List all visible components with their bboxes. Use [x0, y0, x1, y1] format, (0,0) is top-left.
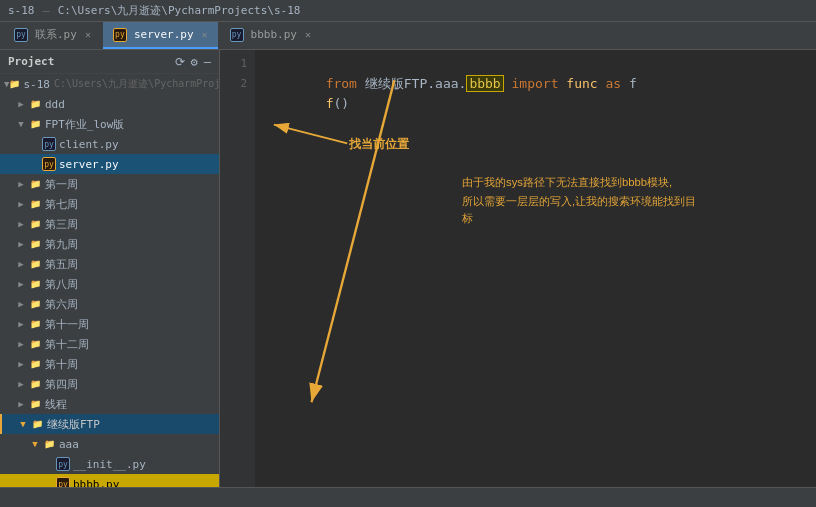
item-label: server.py: [59, 158, 119, 171]
folder-icon: 📁: [28, 297, 42, 311]
tree-item-week10[interactable]: ▶📁第十周: [0, 354, 219, 374]
kw-import: import: [512, 76, 559, 91]
folder-icon: 📁: [28, 197, 42, 211]
editor-content[interactable]: from 继续版FTP.aaa.bbbb import func as f f(…: [255, 50, 816, 507]
tree-item-week5[interactable]: ▶📁第五周: [0, 254, 219, 274]
tab-close[interactable]: ✕: [305, 29, 311, 40]
tab-bar: py 联系.py ✕ py server.py ✕ py bbbb.py ✕: [0, 22, 816, 50]
line-numbers: 1 2: [220, 50, 255, 507]
tab-label: 联系.py: [35, 27, 77, 42]
tree-root[interactable]: ▼ 📁 s-18 C:\Users\九月逝迹\PycharmProjects\s…: [0, 74, 219, 94]
file-tree: ▼ 📁 s-18 C:\Users\九月逝迹\PycharmProjects\s…: [0, 74, 220, 507]
project-toolbar: Project ⟳ ⚙ –: [0, 50, 219, 74]
tab-联系py[interactable]: py 联系.py ✕: [4, 22, 101, 49]
item-label: 第十二周: [45, 337, 89, 352]
root-label: s-18: [23, 78, 50, 91]
folder-icon-fpt: 📁: [28, 117, 42, 131]
annotation-svg: 找当前位置 由于我的sys路径下无法直接找到bbbb模块, 所以需要一层层的写入…: [255, 50, 816, 507]
folder-icon: 📁: [28, 337, 42, 351]
tree-item-init1[interactable]: py __init__.py: [0, 454, 219, 474]
tree-item-week6[interactable]: ▶📁第六周: [0, 294, 219, 314]
item-label: FPT作业_low版: [45, 117, 124, 132]
item-label: 第八周: [45, 277, 78, 292]
folder-icon: 📁: [28, 177, 42, 191]
folder-icon: 📁: [28, 317, 42, 331]
pyfile-icon-orange: py: [42, 157, 56, 171]
tab-label: bbbb.py: [251, 28, 297, 41]
folder-icon-continueftp: 📁: [30, 417, 44, 431]
tree-item-week7[interactable]: ▶📁第七周: [0, 194, 219, 214]
kw-as: as: [605, 76, 621, 91]
tree-item-week3[interactable]: ▶📁第三周: [0, 214, 219, 234]
root-folder-icon: 📁: [9, 77, 20, 91]
svg-text:找当前位置: 找当前位置: [348, 137, 410, 151]
item-label: 第九周: [45, 237, 78, 252]
tree-item-week8[interactable]: ▶📁第八周: [0, 274, 219, 294]
tree-item-thread[interactable]: ▶📁线程: [0, 394, 219, 414]
item-label: client.py: [59, 138, 119, 151]
item-label: aaa: [59, 438, 79, 451]
root-path: C:\Users\九月逝迹\PycharmProjects\s-18: [54, 77, 220, 91]
tree-item-aaa[interactable]: ▼ 📁 aaa: [0, 434, 219, 454]
item-label: 线程: [45, 397, 67, 412]
tree-item-clientpy[interactable]: py client.py: [0, 134, 219, 154]
title-text: s-18: [8, 4, 35, 17]
item-label: 第四周: [45, 377, 78, 392]
tab-label: server.py: [134, 28, 194, 41]
item-label: 第五周: [45, 257, 78, 272]
tree-item-fpt[interactable]: ▼ 📁 FPT作业_low版: [0, 114, 219, 134]
py-icon: py: [230, 28, 244, 42]
parens: (): [333, 96, 349, 111]
item-label: __init__.py: [73, 458, 146, 471]
svg-line-4: [311, 80, 394, 402]
folder-icon: 📁: [28, 237, 42, 251]
py-icon-orange: py: [113, 28, 127, 42]
mod-继续版ftp: 继续版FTP: [365, 76, 427, 91]
tree-item-ddd[interactable]: ▶ 📁 ddd: [0, 94, 219, 114]
tab-close[interactable]: ✕: [85, 29, 91, 40]
tree-item-week9[interactable]: ▶📁第九周: [0, 234, 219, 254]
item-label: 第一周: [45, 177, 78, 192]
status-bar: [0, 487, 816, 507]
tree-item-week11[interactable]: ▶📁第十一周: [0, 314, 219, 334]
tab-bbbbpy[interactable]: py bbbb.py ✕: [220, 22, 321, 49]
kw-from: from: [326, 76, 365, 91]
folder-icon: 📁: [28, 397, 42, 411]
line-num-1: 1: [240, 54, 247, 74]
line-num-2: 2: [240, 74, 247, 94]
pyfile-icon: py: [42, 137, 56, 151]
tree-item-serverpy[interactable]: py server.py: [0, 154, 219, 174]
tree-item-week12[interactable]: ▶📁第十二周: [0, 334, 219, 354]
item-label: 第七周: [45, 197, 78, 212]
title-bar: s-18 – C:\Users\九月逝迹\PycharmProjects\s-1…: [0, 0, 816, 22]
tree-item-week4[interactable]: ▶📁第四周: [0, 374, 219, 394]
tab-close[interactable]: ✕: [202, 29, 208, 40]
var-f: f: [621, 76, 637, 91]
folder-icon: 📁: [28, 377, 42, 391]
tree-item-continueftp[interactable]: ▼ 📁 继续版FTP: [0, 414, 219, 434]
sidebar-title: Project: [8, 55, 54, 68]
svg-text:标: 标: [461, 212, 473, 224]
folder-icon: 📁: [28, 357, 42, 371]
highlighted-bbbb: bbbb: [466, 75, 503, 92]
path-text: C:\Users\九月逝迹\PycharmProjects\s-18: [58, 3, 301, 18]
svg-text:由于我的sys路径下无法直接找到bbbb模块,: 由于我的sys路径下无法直接找到bbbb模块,: [462, 176, 672, 188]
pyfile-icon: py: [56, 457, 70, 471]
mod-aaa: aaa: [435, 76, 458, 91]
folder-icon-aaa: 📁: [42, 437, 56, 451]
item-label: 第三周: [45, 217, 78, 232]
tree-item-week1[interactable]: ▶📁第一周: [0, 174, 219, 194]
editor-area[interactable]: 1 2 from 继续版FTP.aaa.bbbb import func as …: [220, 50, 816, 507]
folder-icon: 📁: [28, 277, 42, 291]
item-label: 继续版FTP: [47, 417, 100, 432]
item-label: 第十周: [45, 357, 78, 372]
item-label: 第六周: [45, 297, 78, 312]
tab-serverpy[interactable]: py server.py ✕: [103, 22, 218, 49]
settings-icon[interactable]: ⚙: [191, 55, 198, 69]
sync-icon[interactable]: ⟳: [175, 55, 185, 69]
item-label: 第十一周: [45, 317, 89, 332]
svg-text:所以需要一层层的写入,让我的搜索环境能找到目: 所以需要一层层的写入,让我的搜索环境能找到目: [462, 195, 696, 207]
hide-icon[interactable]: –: [204, 55, 211, 69]
item-label: ddd: [45, 98, 65, 111]
folder-icon: 📁: [28, 257, 42, 271]
